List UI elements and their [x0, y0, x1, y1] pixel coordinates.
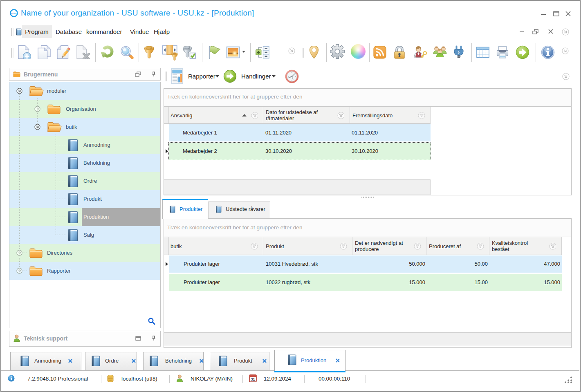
svg-text:31: 31: [251, 377, 255, 381]
svg-text:usu: usu: [11, 11, 17, 15]
